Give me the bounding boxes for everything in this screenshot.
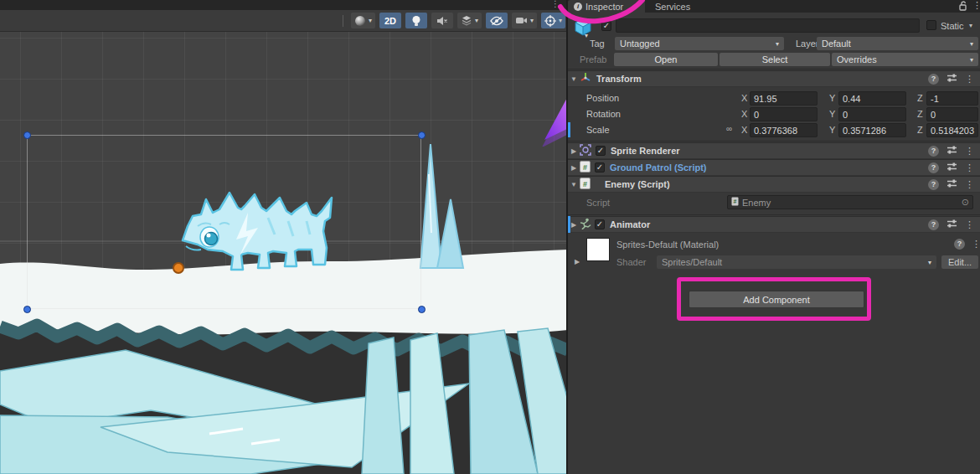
lock-icon[interactable] [958, 1, 968, 13]
scale-y-field[interactable]: 0.3571286 [838, 123, 906, 137]
sprite-renderer-enabled-checkbox[interactable]: ✓ [596, 146, 606, 156]
selection-handle-top-right[interactable] [418, 131, 426, 139]
help-icon[interactable]: ? [928, 179, 939, 190]
axis-y-label: Y [829, 93, 835, 103]
position-x-field[interactable]: 91.95 [750, 91, 818, 106]
tab-inspector[interactable]: i Inspector [568, 0, 645, 13]
chevron-down-icon: ▾ [369, 17, 372, 24]
presets-icon[interactable] [946, 219, 957, 230]
help-icon[interactable]: ? [928, 219, 939, 230]
material-foldout-icon[interactable]: ▶ [571, 258, 583, 265]
rotation-x-field[interactable]: 0 [750, 107, 818, 121]
add-component-button[interactable]: Add Component [689, 291, 864, 308]
scene-visibility-toggle-button[interactable] [486, 13, 508, 28]
foldout-open-icon[interactable]: ▼ [568, 75, 580, 83]
rotation-y-field[interactable]: 0 [838, 107, 906, 121]
shaded-sphere-icon [354, 15, 366, 27]
component-menu-icon[interactable]: ⋮ [965, 219, 974, 230]
help-icon[interactable]: ? [928, 146, 939, 157]
scene-camera-button[interactable]: ▾ [512, 13, 537, 28]
static-flags-caret[interactable]: ▾ [969, 22, 972, 29]
transform-header[interactable]: ▼ Transform ? ⋮ [568, 70, 980, 87]
prefab-open-button[interactable]: Open [614, 53, 718, 66]
csharp-script-icon: # [731, 197, 739, 208]
component-menu-icon[interactable]: ⋮ [965, 179, 974, 190]
presets-icon[interactable] [946, 162, 957, 173]
help-icon[interactable]: ? [928, 74, 939, 85]
gameobject-icon-caret[interactable]: ▾ [585, 32, 588, 39]
script-object-field[interactable]: # Enemy ⊙ [727, 195, 973, 209]
tab-services[interactable]: Services [650, 0, 695, 13]
material-preview-swatch[interactable] [586, 238, 610, 261]
animator-header[interactable]: ▶ ✓ Animator ? ⋮ [568, 216, 980, 233]
scene-view: ⋮ ▾ 2D [0, 0, 568, 474]
ground-patrol-header[interactable]: ▶ # ✓ Ground Patrol (Script) ? ⋮ [568, 159, 980, 176]
foldout-closed-icon[interactable]: ▶ [568, 147, 580, 155]
scale-z-field[interactable]: 0.5184203 [926, 123, 978, 137]
2d-label: 2D [384, 16, 396, 26]
chevron-down-icon: ▾ [970, 40, 973, 48]
scale-x-field[interactable]: 0.3776368 [750, 123, 818, 137]
object-picker-icon[interactable]: ⊙ [962, 197, 969, 208]
prefab-override-bar-scale [568, 122, 570, 137]
prefab-overrides-label: Overrides [837, 54, 877, 64]
pivot-handle[interactable] [173, 262, 184, 274]
tag-dropdown[interactable]: Untagged ▾ [615, 37, 784, 50]
component-menu-icon[interactable]: ⋮ [965, 146, 974, 157]
ice-spike-props[interactable] [420, 144, 463, 268]
2d-toggle-button[interactable]: 2D [379, 13, 401, 28]
position-label: Position [586, 93, 619, 103]
link-scale-icon[interactable]: ∞ [726, 124, 732, 133]
scene-toolbar: ▾ 2D ▾ [0, 10, 568, 32]
svg-text:#: # [583, 180, 587, 188]
component-menu-icon[interactable]: ⋮ [965, 162, 974, 173]
selection-handle-bottom-right[interactable] [418, 306, 426, 313]
svg-text:#: # [734, 198, 737, 204]
help-icon[interactable]: ? [928, 162, 939, 173]
static-checkbox[interactable] [926, 20, 936, 30]
layer-value: Default [822, 39, 851, 49]
prefab-select-button[interactable]: Select [720, 53, 830, 66]
lighting-toggle-button[interactable] [405, 13, 427, 28]
scale-label: Scale [586, 125, 610, 135]
enemy-script-header[interactable]: ▼ # Enemy (Script) ? ⋮ [568, 176, 980, 193]
axis-x-label: X [741, 93, 747, 103]
material-menu-icon[interactable]: ⋮ [972, 239, 980, 250]
camera-icon [515, 16, 528, 25]
sprite-renderer-header[interactable]: ▶ ✓ Sprite Renderer ? ⋮ [568, 142, 980, 159]
presets-icon[interactable] [946, 178, 957, 190]
presets-icon[interactable] [946, 145, 957, 157]
shader-dropdown[interactable]: Sprites/Default ▾ [657, 255, 936, 269]
gameobject-name-field[interactable] [616, 18, 920, 33]
draw-mode-button[interactable]: ▾ [351, 13, 375, 28]
chevron-down-icon: ▾ [776, 40, 779, 48]
scene-pane-menu-icon[interactable]: ⋮ [551, 0, 560, 8]
effects-button[interactable]: ▾ [457, 13, 482, 28]
audio-toggle-button[interactable] [431, 13, 453, 28]
animator-enabled-checkbox[interactable]: ✓ [595, 219, 605, 229]
gameobject-active-checkbox[interactable]: ✓ [601, 21, 611, 31]
selection-handle-bottom-left[interactable] [23, 306, 31, 313]
component-menu-icon[interactable]: ⋮ [965, 74, 974, 85]
material-edit-button[interactable]: Edit... [941, 255, 978, 269]
foldout-open-icon[interactable]: ▼ [568, 181, 580, 188]
transform-tool-icon [580, 72, 591, 85]
layer-dropdown[interactable]: Default ▾ [817, 37, 978, 50]
ground-patrol-enabled-checkbox[interactable]: ✓ [595, 162, 605, 173]
selection-handle-top-left[interactable] [23, 131, 31, 139]
rotation-z-field[interactable]: 0 [926, 107, 978, 121]
inspector-menu-icon[interactable]: ⋮ [972, 0, 980, 11]
presets-icon[interactable] [946, 73, 957, 85]
axis-x-label: X [741, 109, 747, 119]
position-z-field[interactable]: -1 [926, 91, 978, 106]
foldout-closed-icon[interactable]: ▶ [568, 164, 580, 172]
chevron-down-icon: ▾ [559, 17, 562, 24]
speaker-mute-icon [436, 16, 448, 26]
svg-text:#: # [583, 163, 587, 172]
gameobject-cube-icon [573, 17, 593, 39]
help-icon[interactable]: ? [954, 239, 965, 250]
prefab-overrides-dropdown[interactable]: Overrides ▾ [832, 53, 978, 66]
position-y-field[interactable]: 0.44 [838, 91, 906, 106]
chevron-down-icon: ▾ [970, 56, 973, 64]
gizmos-button[interactable]: ▾ [541, 13, 565, 28]
